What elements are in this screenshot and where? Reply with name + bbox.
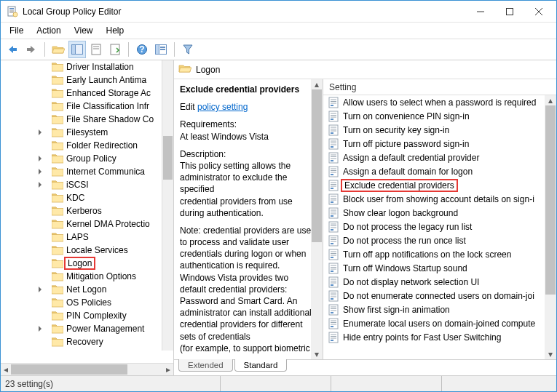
setting-row[interactable]: Hide entry points for Fast User Switchin… — [323, 330, 556, 344]
folder-icon — [52, 62, 63, 72]
properties-button[interactable] — [87, 41, 105, 58]
menu-action[interactable]: Action — [31, 24, 66, 37]
tree-item[interactable]: Recovery — [1, 335, 162, 348]
forward-button[interactable] — [23, 41, 40, 58]
scroll-thumb[interactable] — [312, 89, 322, 242]
svg-rect-11 — [507, 8, 513, 15]
tree-item[interactable]: Kernel DMA Protectio — [1, 217, 162, 231]
description-p4: (for example, to support biometric — [180, 343, 317, 354]
tree-item[interactable]: Enhanced Storage Ac — [1, 87, 162, 100]
scroll-down-icon[interactable]: ▾ — [545, 349, 556, 359]
tree-item[interactable]: Filesystem — [1, 126, 162, 139]
policy-icon — [328, 235, 339, 247]
up-button[interactable] — [50, 41, 67, 58]
folder-icon — [52, 258, 63, 268]
setting-label: Do not process the legacy run list — [343, 222, 472, 232]
tree-item[interactable]: File Classification Infr — [1, 100, 162, 113]
setting-row[interactable]: Do not enumerate connected users on doma… — [323, 289, 556, 303]
tree-item[interactable]: Kerberos — [1, 204, 162, 217]
setting-label: Do not display network selection UI — [343, 277, 479, 287]
description-p3: Note: credential providers are used to p… — [180, 225, 317, 343]
setting-label: Do not process the run once list — [343, 236, 466, 246]
menu-file[interactable]: File — [4, 24, 29, 37]
minimize-button[interactable] — [466, 1, 495, 22]
tree-item[interactable]: Net Logon — [1, 283, 162, 296]
show-tree-button[interactable] — [68, 41, 86, 58]
svg-text:?: ? — [139, 44, 144, 55]
setting-row[interactable]: Show first sign-in animation — [323, 303, 556, 316]
tree-item[interactable]: KDC — [1, 191, 162, 204]
policy-icon — [328, 124, 339, 136]
list-vscrollbar[interactable]: ▴ ▾ — [545, 95, 556, 359]
requirements-label: Requirements: — [180, 119, 237, 129]
app-icon — [7, 6, 18, 17]
tree-hscrollbar[interactable]: ◂ ▸ — [1, 363, 173, 375]
back-button[interactable] — [4, 41, 21, 58]
policy-icon — [328, 221, 339, 233]
setting-row[interactable]: Turn on security key sign-in — [323, 123, 556, 137]
edit-policy-link[interactable]: policy setting — [197, 102, 248, 112]
setting-row[interactable]: Turn off picture password sign-in — [323, 137, 556, 151]
scroll-up-icon[interactable]: ▴ — [311, 79, 323, 89]
setting-row[interactable]: Do not process the run once list — [323, 233, 556, 247]
tree-item[interactable]: Internet Communica — [1, 165, 162, 178]
maximize-button[interactable] — [495, 1, 524, 22]
tree-item[interactable]: Power Management — [1, 322, 162, 335]
tab-standard[interactable]: Standard — [234, 359, 288, 372]
help-button[interactable]: ? — [133, 41, 151, 58]
tree-item-label: Logon — [64, 257, 95, 270]
menu-view[interactable]: View — [68, 24, 99, 37]
status-cell — [331, 376, 441, 391]
body: Driver InstallationEarly Launch AntimaEn… — [1, 60, 556, 375]
setting-row[interactable]: Block user from showing account details … — [323, 192, 556, 206]
setting-row[interactable]: Assign a default credential provider — [323, 151, 556, 164]
tab-extended[interactable]: Extended — [178, 359, 233, 372]
tree-item[interactable]: File Share Shadow Co — [1, 113, 162, 126]
export-button[interactable] — [152, 41, 170, 58]
tree-item[interactable]: Logon — [1, 257, 162, 270]
scroll-up-icon[interactable]: ▴ — [545, 95, 556, 105]
scroll-right-icon[interactable]: ▸ — [163, 364, 173, 375]
setting-row[interactable]: Allow users to select when a password is… — [323, 95, 556, 109]
setting-row[interactable]: Do not process the legacy run list — [323, 220, 556, 233]
setting-row[interactable]: Assign a default domain for logon — [323, 164, 556, 178]
tree-item[interactable]: LAPS — [1, 231, 162, 244]
tree-item[interactable]: Driver Installation — [1, 60, 162, 73]
desc-vscrollbar[interactable]: ▴ ▾ — [311, 79, 323, 359]
tree-item[interactable]: Mitigation Options — [1, 270, 162, 283]
tree-item[interactable]: OS Policies — [1, 296, 162, 309]
setting-row[interactable]: Turn on convenience PIN sign-in — [323, 109, 556, 123]
tree-item[interactable]: iSCSI — [1, 178, 162, 191]
tree-item[interactable]: Folder Redirection — [1, 139, 162, 152]
folder-icon — [52, 337, 63, 347]
tree-item[interactable]: Locale Services — [1, 244, 162, 257]
filter-button[interactable] — [179, 41, 197, 58]
scroll-thumb[interactable] — [163, 136, 173, 180]
tree-item-label: Mitigation Options — [66, 271, 136, 281]
tree-item-label: LAPS — [66, 232, 89, 242]
tree-item[interactable]: Early Launch Antima — [1, 73, 162, 87]
setting-row[interactable]: Turn off Windows Startup sound — [323, 261, 556, 275]
refresh-button[interactable] — [106, 41, 124, 58]
setting-label: Turn off app notifications on the lock s… — [343, 249, 511, 260]
setting-row[interactable]: Show clear logon background — [323, 206, 556, 220]
tree-item[interactable]: PIN Complexity — [1, 309, 162, 322]
setting-row[interactable]: Enumerate local users on domain-joined c… — [323, 316, 556, 330]
scroll-left-icon[interactable]: ◂ — [1, 364, 11, 375]
setting-row[interactable]: Do not display network selection UI — [323, 275, 556, 289]
scroll-thumb[interactable] — [545, 105, 556, 295]
tree-item[interactable]: Group Policy — [1, 152, 162, 165]
folder-icon — [52, 114, 63, 124]
setting-row[interactable]: Exclude credential providers — [323, 178, 556, 192]
svg-rect-23 — [156, 45, 159, 55]
policy-icon — [328, 332, 339, 343]
scroll-thumb[interactable] — [11, 364, 127, 375]
setting-label: Assign a default domain for logon — [343, 167, 473, 177]
column-header-setting[interactable]: Setting — [323, 79, 556, 95]
statusbar: 23 setting(s) — [1, 375, 556, 391]
tree-vscrollbar[interactable] — [162, 60, 173, 351]
setting-row[interactable]: Turn off app notifications on the lock s… — [323, 247, 556, 261]
scroll-down-icon[interactable]: ▾ — [311, 349, 323, 359]
menu-help[interactable]: Help — [100, 24, 130, 37]
close-button[interactable] — [524, 1, 553, 22]
